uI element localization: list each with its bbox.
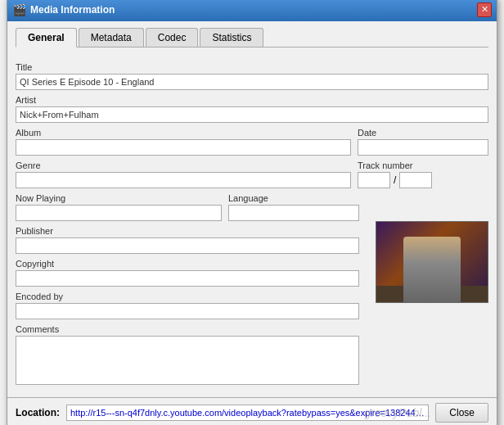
general-form: Title Artist Album Date Genre: [16, 54, 488, 391]
tab-metadata[interactable]: Metadata: [79, 28, 144, 47]
track-number-col: Track number /: [358, 156, 488, 188]
comments-textarea[interactable]: [16, 336, 359, 385]
video-person: [403, 237, 461, 302]
track-separator: /: [394, 174, 396, 186]
nowplaying-language-row: Now Playing Language: [16, 188, 359, 221]
now-playing-col: Now Playing: [16, 188, 222, 221]
title-label: Title: [16, 62, 488, 72]
track-number-input2[interactable]: [399, 172, 432, 188]
artist-label: Artist: [16, 95, 488, 105]
track-number-input1[interactable]: [358, 172, 390, 188]
date-input[interactable]: [358, 139, 488, 156]
tab-bar: General Metadata Codec Statistics: [16, 28, 488, 47]
copyright-label: Copyright: [16, 259, 359, 269]
bottom-section: Location: Close groovyPubl...: [7, 397, 497, 426]
language-label: Language: [228, 193, 359, 203]
title-bar: 🎬 Media Information ✕: [7, 0, 497, 21]
now-playing-input[interactable]: [16, 205, 222, 221]
language-col: Language: [228, 188, 359, 221]
date-label: Date: [358, 128, 488, 138]
left-fields: Now Playing Language Publisher Copyright: [16, 188, 359, 387]
genre-input[interactable]: [16, 172, 351, 188]
vlc-icon: 🎬: [12, 3, 25, 16]
now-playing-label: Now Playing: [16, 193, 222, 203]
album-label: Album: [16, 128, 351, 138]
window-title: Media Information: [30, 4, 115, 16]
location-label: Location:: [16, 407, 60, 418]
close-button[interactable]: Close: [435, 403, 488, 423]
video-thumbnail: [376, 221, 488, 303]
track-number-inputs: /: [358, 172, 488, 188]
album-col: Album: [16, 123, 351, 156]
main-content-area: Now Playing Language Publisher Copyright: [16, 188, 488, 387]
track-number-label: Track number: [358, 161, 488, 170]
artist-input[interactable]: [16, 106, 488, 123]
title-bar-left: 🎬 Media Information: [12, 3, 115, 16]
tab-general[interactable]: General: [16, 28, 77, 47]
comments-label: Comments: [16, 324, 359, 334]
media-information-dialog: 🎬 Media Information ✕ General Metadata C…: [7, 0, 497, 425]
encoded-by-label: Encoded by: [16, 292, 359, 301]
window-close-button[interactable]: ✕: [477, 2, 492, 17]
tab-codec[interactable]: Codec: [146, 28, 199, 47]
watermark: groovyPubl...: [364, 406, 431, 419]
dialog-content: General Metadata Codec Statistics Title …: [7, 21, 497, 397]
genre-label: Genre: [16, 161, 351, 170]
publisher-input[interactable]: [16, 237, 359, 254]
thumbnail-area: [366, 188, 488, 387]
title-input[interactable]: [16, 74, 488, 90]
genre-track-row: Genre Track number /: [16, 156, 488, 188]
encoded-by-input[interactable]: [16, 303, 359, 319]
genre-col: Genre: [16, 156, 351, 188]
album-date-row: Album Date: [16, 123, 488, 156]
language-input[interactable]: [228, 205, 359, 221]
copyright-input[interactable]: [16, 270, 359, 287]
publisher-label: Publisher: [16, 226, 359, 236]
date-col: Date: [358, 123, 488, 156]
tab-statistics[interactable]: Statistics: [200, 28, 263, 47]
video-thumb-content: [376, 222, 488, 302]
album-input[interactable]: [16, 139, 351, 156]
